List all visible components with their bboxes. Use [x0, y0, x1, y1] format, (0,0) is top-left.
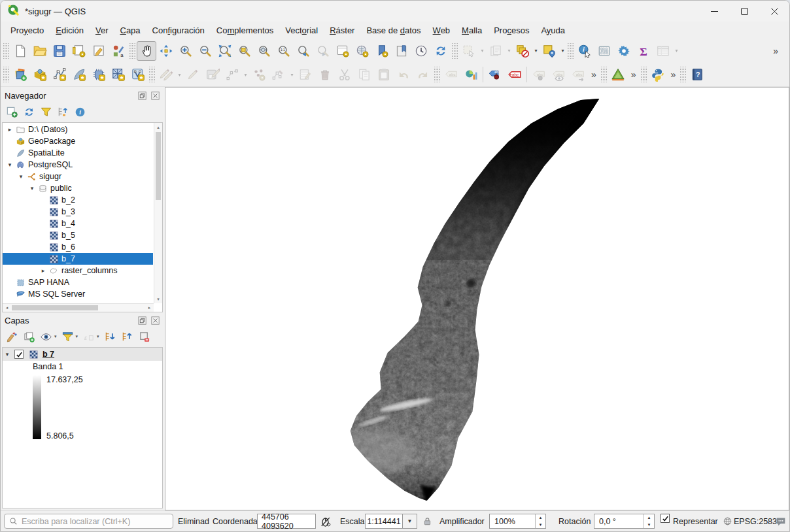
browser-item-raster-columns[interactable]: ▸raster_columns: [3, 265, 153, 276]
deselect-all-button[interactable]: [513, 41, 532, 61]
new-mesh-layer-button[interactable]: [109, 65, 128, 84]
scroll-thumb[interactable]: [12, 305, 98, 310]
grass-tools-button[interactable]: [608, 65, 628, 84]
zoom-to-selection-button[interactable]: [235, 41, 254, 61]
messages-bubble-icon[interactable]: [775, 514, 787, 529]
add-selected-layers-button[interactable]: [6, 106, 18, 118]
new-geopackage-layer-button[interactable]: [30, 65, 50, 84]
zoom-native-button[interactable]: 1:1: [274, 41, 294, 61]
collapse-browser-button[interactable]: [57, 106, 69, 118]
browser-item-b-2[interactable]: b_2: [3, 194, 153, 206]
float-panel-button[interactable]: [137, 90, 147, 101]
browser-item-b-6[interactable]: b_6: [3, 241, 153, 253]
expand-arrow[interactable]: ▾: [16, 173, 26, 180]
menu-complementos[interactable]: Complementos: [211, 23, 279, 38]
expand-arrow[interactable]: ▾: [5, 161, 14, 168]
browser-item-b-3[interactable]: b_3: [3, 206, 153, 218]
crs-globe-icon[interactable]: [723, 514, 732, 529]
save-project-button[interactable]: [50, 41, 69, 61]
browser-item-geopackage[interactable]: GeoPackage: [3, 135, 153, 147]
layer-name[interactable]: b 7: [43, 350, 54, 359]
new-shapefile-layer-button[interactable]: [50, 65, 69, 84]
pan-map-button[interactable]: [137, 41, 156, 61]
spin-down-arrow[interactable]: ▼: [536, 522, 545, 529]
toolbar-overflow-chevron[interactable]: »: [668, 69, 679, 80]
expand-arrow[interactable]: ▸: [5, 126, 14, 133]
scale-input[interactable]: 1:114441: [365, 514, 403, 529]
menu-r-ster[interactable]: Ráster: [324, 23, 360, 38]
refresh-browser-button[interactable]: [23, 106, 35, 118]
browser-item-ms-sql-server[interactable]: MS SQL Server: [3, 288, 153, 300]
manage-visibility-button[interactable]: [40, 331, 52, 343]
map-canvas[interactable]: [165, 87, 789, 510]
field-calculator-button[interactable]: [594, 41, 614, 61]
horizontal-scrollbar[interactable]: ◂ ▸: [3, 303, 154, 312]
minimize-button[interactable]: [699, 1, 729, 22]
browser-item-sigugr[interactable]: ▾sigugr: [3, 171, 153, 182]
spin-down-arrow[interactable]: ▼: [644, 522, 654, 529]
expand-arrow[interactable]: ▸: [39, 267, 48, 274]
menu-configuraci-n[interactable]: Configuración: [146, 23, 211, 38]
close-button[interactable]: [759, 1, 789, 22]
identify-features-button[interactable]: i: [575, 41, 594, 61]
browser-item-sap-hana[interactable]: SAP HANA: [3, 276, 153, 288]
menu-vectorial[interactable]: Vectorial: [279, 23, 324, 38]
statistical-summary-button[interactable]: Σ: [634, 41, 653, 61]
zoom-in-button[interactable]: [176, 41, 196, 61]
collapse-all-button[interactable]: [121, 331, 133, 343]
new-3d-map-view-button[interactable]: [352, 41, 372, 61]
show-layout-manager-button[interactable]: [89, 41, 109, 61]
new-project-button[interactable]: [10, 41, 30, 61]
locator-search-input[interactable]: Escriba para localizar (Ctrl+K): [4, 514, 173, 529]
open-project-button[interactable]: [30, 41, 50, 61]
filter-browser-button[interactable]: [40, 106, 52, 118]
lock-scale-icon[interactable]: [422, 514, 432, 529]
browser-item-public[interactable]: ▾public: [3, 182, 153, 194]
zoom-full-button[interactable]: [215, 41, 235, 61]
spin-up-arrow[interactable]: ▲: [536, 514, 545, 522]
zoom-to-layer-button[interactable]: [254, 41, 274, 61]
toolbar-overflow-chevron[interactable]: »: [628, 69, 640, 80]
scale-dropdown[interactable]: ▼: [403, 514, 417, 529]
remove-layer-button[interactable]: [138, 331, 150, 343]
maximize-button[interactable]: [729, 1, 759, 22]
expand-arrow[interactable]: ▾: [27, 185, 37, 191]
new-virtual-layer-button[interactable]: [128, 65, 148, 84]
new-print-layout-button[interactable]: [69, 41, 89, 61]
add-group-button[interactable]: [23, 331, 35, 343]
browser-item-d-datos[interactable]: ▸D:\ (Datos): [3, 124, 153, 135]
layer-visibility-checkbox[interactable]: [14, 350, 24, 359]
menu-ver[interactable]: Ver: [90, 23, 114, 38]
refresh-map-button[interactable]: [431, 41, 451, 61]
open-layer-styling-button[interactable]: [6, 331, 18, 343]
menu-proyecto[interactable]: Proyecto: [5, 23, 50, 38]
menu-ayuda[interactable]: Ayuda: [535, 23, 571, 38]
browser-item-b-7[interactable]: b_7: [3, 253, 153, 265]
browser-item-b-4[interactable]: b_4: [3, 218, 153, 229]
rotation-spinner[interactable]: 0,0 ° ▲▼: [594, 514, 655, 529]
filter-legend-dropdown[interactable]: ▾: [76, 334, 78, 339]
highlight-pinned-labels-button[interactable]: abc: [505, 65, 524, 84]
scroll-left-arrow[interactable]: ◂: [3, 304, 11, 312]
new-temporary-scratch-layer-button[interactable]: [89, 65, 109, 84]
expand-arrow[interactable]: ▾: [3, 351, 12, 357]
browser-item-b-5[interactable]: b_5: [3, 229, 153, 241]
float-panel-button[interactable]: [137, 315, 147, 325]
menu-malla[interactable]: Malla: [456, 23, 488, 38]
browser-item-postgresql[interactable]: ▾PostgreSQL: [3, 159, 153, 171]
help-contents-button[interactable]: ?: [687, 65, 707, 84]
toolbar-overflow-chevron[interactable]: »: [770, 46, 781, 56]
zoom-last-button[interactable]: [294, 41, 313, 61]
new-spatial-bookmark-button[interactable]: [372, 41, 392, 61]
new-spatialite-layer-button[interactable]: [69, 65, 89, 84]
menu-capa[interactable]: Capa: [114, 23, 146, 38]
vertical-scrollbar[interactable]: ▴ ▾: [154, 123, 162, 303]
browser-item-spatialite[interactable]: SpatiaLite: [3, 147, 153, 159]
scroll-right-arrow[interactable]: ▸: [145, 304, 154, 312]
render-checkbox[interactable]: [661, 514, 670, 523]
pan-to-selection-button[interactable]: [156, 41, 176, 61]
temporal-controller-button[interactable]: [411, 41, 431, 61]
magnifier-spinner[interactable]: 100% ▲▼: [489, 514, 546, 529]
select-by-location-button[interactable]: [540, 41, 559, 61]
layer-diagram-button[interactable]: [461, 65, 481, 84]
